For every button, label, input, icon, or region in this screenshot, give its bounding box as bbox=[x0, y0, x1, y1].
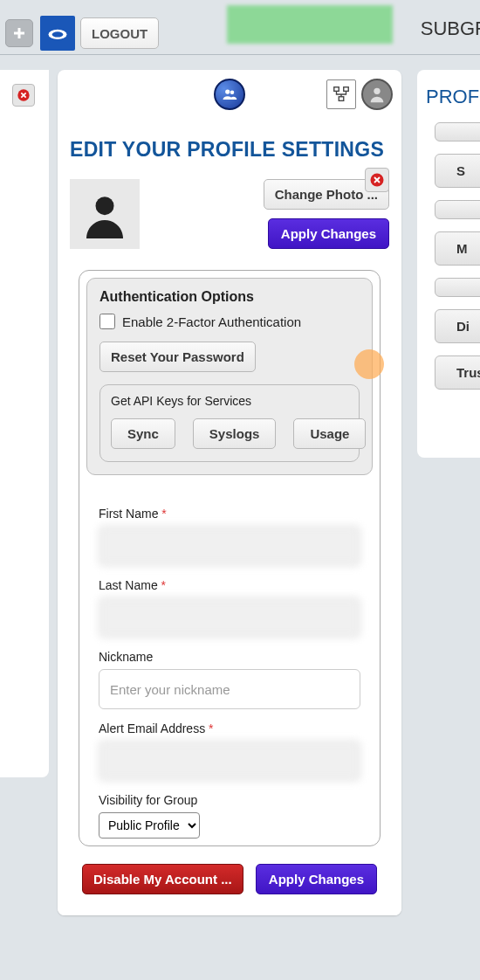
photo-row: Change Photo ... Apply Changes bbox=[70, 179, 389, 249]
api-keys-box: Get API Keys for Services Sync Syslogs U… bbox=[99, 384, 360, 462]
svg-point-4 bbox=[230, 91, 235, 95]
reset-password-button[interactable]: Reset Your Password bbox=[99, 342, 256, 372]
auth-title: Authentication Options bbox=[99, 289, 360, 305]
close-icon bbox=[17, 88, 31, 102]
svg-point-8 bbox=[374, 88, 380, 94]
svg-point-1 bbox=[52, 31, 64, 37]
right-item-1[interactable]: S bbox=[435, 154, 480, 188]
svg-rect-6 bbox=[344, 87, 349, 92]
apply-changes-top-button[interactable]: Apply Changes bbox=[268, 218, 389, 249]
page-title: EDIT YOUR PROFILE SETTINGS bbox=[70, 138, 389, 162]
left-collapsed-panel bbox=[0, 70, 49, 777]
form-area: First Name * Last Name * Nickname Alert … bbox=[99, 507, 360, 839]
avatar-icon bbox=[367, 85, 387, 104]
api-sync-button[interactable]: Sync bbox=[111, 418, 175, 449]
bottom-actions: Disable My Account ... Apply Changes bbox=[82, 864, 377, 894]
top-right-truncated-label: SUBGR bbox=[421, 17, 480, 40]
svg-point-10 bbox=[96, 197, 114, 215]
enable-2fa-row[interactable]: Enable 2-Factor Authentication bbox=[99, 314, 360, 329]
alert-email-label: Alert Email Address * bbox=[99, 721, 360, 735]
plus-icon bbox=[11, 25, 27, 41]
apply-changes-bottom-button[interactable]: Apply Changes bbox=[256, 864, 377, 894]
cloud-icon bbox=[45, 24, 70, 42]
profile-photo bbox=[70, 179, 140, 249]
nickname-input[interactable] bbox=[99, 669, 360, 709]
api-syslogs-button[interactable]: Syslogs bbox=[193, 418, 277, 449]
people-icon bbox=[222, 86, 237, 102]
close-settings-button[interactable] bbox=[365, 168, 389, 192]
profile-avatar-button[interactable] bbox=[361, 79, 393, 110]
auth-panel: Authentication Options Enable 2-Factor A… bbox=[79, 270, 381, 846]
right-sidebar: PROF S M Di Trus bbox=[417, 70, 480, 458]
close-icon bbox=[369, 172, 385, 188]
people-icon-button[interactable] bbox=[214, 79, 245, 110]
main-card: EDIT YOUR PROFILE SETTINGS Change Photo … bbox=[58, 70, 401, 915]
right-item-4[interactable] bbox=[435, 278, 480, 297]
settings-card: EDIT YOUR PROFILE SETTINGS Change Photo … bbox=[58, 126, 401, 915]
alert-email-input[interactable] bbox=[99, 741, 360, 781]
svg-rect-5 bbox=[334, 87, 339, 92]
app-logo[interactable] bbox=[40, 16, 75, 51]
right-sidebar-title: PROF bbox=[426, 86, 480, 108]
right-item-3[interactable]: M bbox=[435, 231, 480, 266]
left-panel-close-button[interactable] bbox=[12, 84, 35, 107]
enable-2fa-checkbox[interactable] bbox=[99, 314, 115, 329]
top-blurred-area bbox=[227, 5, 393, 44]
last-name-label: Last Name * bbox=[99, 578, 360, 592]
right-item-6[interactable]: Trus bbox=[435, 355, 480, 390]
right-item-5[interactable]: Di bbox=[435, 309, 480, 343]
right-item-2[interactable] bbox=[435, 200, 480, 219]
last-name-input[interactable] bbox=[99, 597, 360, 638]
add-button[interactable] bbox=[5, 19, 33, 47]
nickname-label: Nickname bbox=[99, 650, 360, 664]
topbar-divider bbox=[0, 54, 480, 55]
disable-account-button[interactable]: Disable My Account ... bbox=[82, 864, 243, 894]
visibility-select[interactable]: Public Profile bbox=[99, 812, 200, 839]
logout-button[interactable]: LOGOUT bbox=[80, 17, 159, 49]
svg-rect-7 bbox=[339, 97, 344, 101]
first-name-input[interactable] bbox=[99, 526, 360, 566]
org-chart-icon-button[interactable] bbox=[326, 79, 356, 109]
org-chart-icon bbox=[332, 85, 351, 104]
visibility-label: Visibility for Group bbox=[99, 793, 360, 807]
main-header bbox=[58, 70, 401, 119]
api-usage-button[interactable]: Usage bbox=[293, 418, 366, 449]
svg-point-3 bbox=[225, 89, 230, 93]
api-keys-title: Get API Keys for Services bbox=[111, 394, 348, 408]
silhouette-icon bbox=[80, 190, 129, 238]
first-name-label: First Name * bbox=[99, 507, 360, 521]
enable-2fa-label: Enable 2-Factor Authentication bbox=[122, 314, 301, 329]
right-item-0[interactable] bbox=[435, 122, 480, 141]
